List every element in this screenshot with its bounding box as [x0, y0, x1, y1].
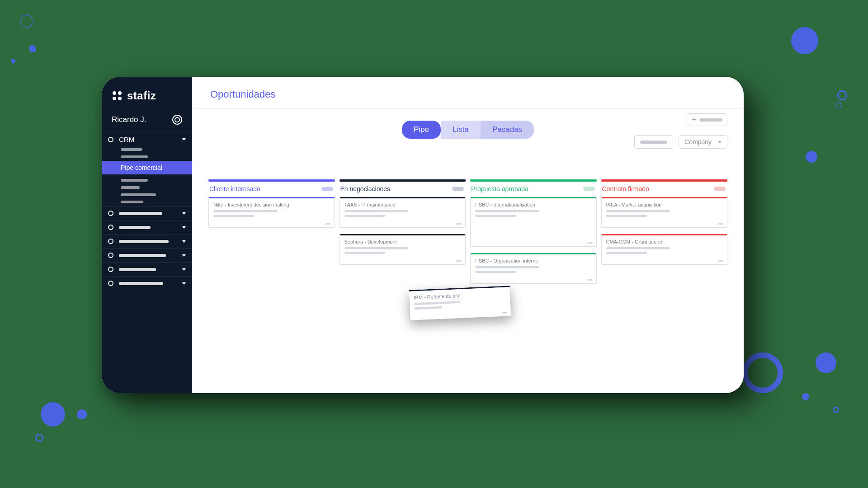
page-title: Oportunidades	[210, 89, 726, 100]
nav-section	[102, 234, 192, 248]
more-icon[interactable]	[587, 242, 593, 244]
nav-label-placeholder	[119, 226, 151, 229]
card-title: Nike - Investment decision making	[213, 202, 330, 207]
nav-label-placeholder	[119, 254, 166, 257]
nav-subitems	[102, 147, 192, 161]
column-label: Propuesta aprobada	[471, 185, 528, 192]
column-count-badge	[714, 187, 726, 191]
nav-subitem-label: Pipe comercial	[121, 164, 162, 171]
brand-logo-icon	[112, 90, 123, 101]
view-tabs: Pipe Lista Pasadas	[402, 121, 534, 139]
more-icon[interactable]	[326, 223, 331, 225]
more-icon[interactable]	[456, 260, 462, 262]
tab-lista[interactable]: Lista	[441, 121, 481, 139]
opportunity-card[interactable]: TAAS - IT maintenance	[340, 197, 466, 228]
nav-label-crm: CRM	[119, 136, 134, 143]
sidebar: stafiz Ricardo J. CRM Pipe comercial	[102, 77, 192, 393]
more-icon[interactable]	[587, 279, 593, 281]
bg-ornament	[806, 151, 817, 163]
nav-label-placeholder	[119, 212, 162, 215]
user-name: Ricardo J.	[112, 115, 146, 124]
nav-subitem[interactable]	[121, 193, 156, 196]
nav-section	[102, 276, 192, 290]
card-line	[344, 247, 409, 249]
nav-subitem-active[interactable]: Pipe comercial	[102, 161, 192, 174]
nav-item[interactable]	[102, 221, 192, 234]
nav-item[interactable]	[102, 235, 192, 248]
bullet-icon	[108, 137, 113, 142]
company-filter-select[interactable]: Company	[679, 135, 727, 149]
toolbar: Pipe Lista Pasadas + Company	[192, 109, 744, 141]
search-input[interactable]	[634, 135, 673, 149]
app-window: stafiz Ricardo J. CRM Pipe comercial	[102, 77, 744, 393]
column-header: Propuesta aprobada	[470, 182, 597, 197]
card-line	[475, 215, 516, 217]
card-line	[344, 210, 409, 212]
nav-item[interactable]	[102, 249, 192, 262]
bg-ornament	[35, 434, 43, 442]
nav-label-placeholder	[119, 240, 169, 243]
column-contrato-firmado: Contrato firmado IKEA - Market acquisiti…	[601, 179, 728, 284]
opportunity-card-dragging[interactable]: IBM - Refonte du site	[409, 286, 512, 321]
card-line	[344, 252, 385, 254]
nav-item[interactable]	[102, 263, 192, 276]
opportunity-card[interactable]: Sephora - Development	[340, 234, 466, 265]
card-title: IBM - Refonte du site	[414, 291, 505, 300]
column-count-badge	[452, 187, 464, 191]
svg-point-1	[118, 91, 122, 95]
nav-label-placeholder	[119, 268, 156, 271]
column-header: En negociaciones	[340, 182, 466, 197]
nav-section	[102, 262, 192, 276]
column-cards: HSBC - Internationalisation HSBC - Organ…	[470, 197, 597, 284]
tab-pasadas[interactable]: Pasadas	[481, 121, 534, 139]
more-icon[interactable]	[718, 260, 723, 262]
opportunity-card[interactable]: CMA-CGM - Grant search	[601, 234, 728, 265]
card-title: HSBC - Organisation interne	[475, 258, 592, 263]
card-line	[414, 306, 442, 310]
add-button[interactable]: +	[687, 113, 727, 126]
bg-ornament	[833, 407, 839, 413]
bullet-icon	[108, 225, 113, 230]
opportunity-card[interactable]: HSBC - Organisation interne	[470, 253, 597, 284]
more-icon[interactable]	[502, 312, 507, 314]
chevron-down-icon	[182, 268, 186, 271]
more-icon[interactable]	[718, 223, 723, 225]
column-count-badge	[583, 187, 595, 191]
bg-ornament	[742, 352, 783, 393]
nav-section	[102, 206, 192, 220]
brand: stafiz	[102, 77, 192, 110]
column-cards: TAAS - IT maintenance Sephora - Developm…	[340, 197, 466, 265]
card-line	[414, 301, 460, 305]
card-line	[475, 271, 516, 273]
chevron-down-icon	[182, 226, 186, 229]
nav-item[interactable]	[102, 277, 192, 290]
add-button-label-placeholder	[699, 118, 722, 122]
card-line	[606, 210, 670, 212]
card-line	[606, 247, 670, 249]
nav-item-crm[interactable]: CRM	[102, 131, 192, 147]
user-row[interactable]: Ricardo J.	[102, 110, 192, 131]
avatar-icon	[172, 115, 182, 125]
nav-subitem[interactable]	[121, 155, 148, 158]
chevron-down-icon	[718, 141, 722, 143]
nav-subitem[interactable]	[121, 179, 148, 182]
nav-subitem[interactable]	[121, 186, 140, 189]
plus-icon: +	[692, 116, 697, 124]
tab-pipe[interactable]: Pipe	[402, 121, 441, 139]
chevron-down-icon	[182, 138, 186, 141]
card-line	[475, 210, 539, 212]
bg-ornament	[816, 352, 836, 373]
chevron-down-icon	[182, 254, 186, 257]
chevron-down-icon	[182, 212, 186, 215]
nav-subitem[interactable]	[121, 148, 142, 151]
opportunity-card[interactable]: IKEA - Market acquisition	[601, 197, 728, 228]
nav-item[interactable]	[102, 206, 192, 220]
column-en-negociaciones: En negociaciones TAAS - IT maintenance S…	[340, 179, 466, 284]
svg-point-2	[113, 97, 116, 100]
opportunity-card[interactable]: HSBC - Internationalisation	[470, 197, 597, 247]
main-pane: Oportunidades Pipe Lista Pasadas + Compa…	[192, 77, 744, 393]
opportunity-card[interactable]: Nike - Investment decision making	[208, 197, 335, 228]
card-line	[475, 266, 539, 268]
nav-subitem[interactable]	[121, 201, 143, 203]
more-icon[interactable]	[456, 223, 462, 225]
